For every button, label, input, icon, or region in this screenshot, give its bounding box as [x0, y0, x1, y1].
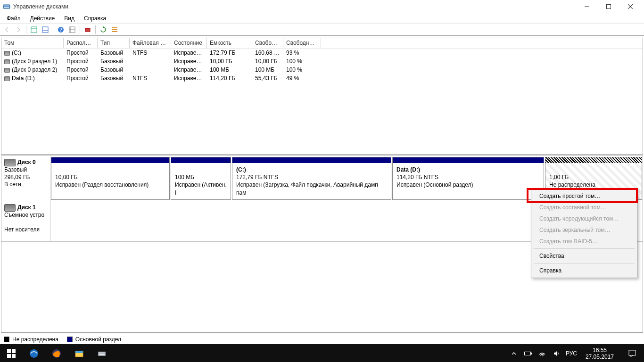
disk-size: 298,09 ГБ — [4, 174, 47, 181]
menu-file[interactable]: Файл — [2, 14, 25, 23]
list-icon[interactable] — [109, 25, 120, 35]
taskbar-edge-icon[interactable] — [23, 344, 45, 362]
disk-state: В сети — [4, 181, 47, 189]
taskbar-firefox-icon[interactable] — [45, 344, 68, 362]
partition-c[interactable]: (C:) 172,79 ГБ NTFS Исправен (Загрузка, … — [232, 157, 391, 200]
minimize-button[interactable] — [576, 0, 598, 13]
col-volume[interactable]: Том — [1, 38, 64, 48]
svg-rect-22 — [7, 354, 11, 358]
col-filesystem[interactable]: Файловая с… — [130, 38, 171, 48]
partition-status: Исправен (Активен, I — [175, 181, 227, 196]
menu-create-spanned-volume[interactable]: Создать составной том… — [533, 202, 636, 213]
col-status[interactable]: Состояние — [171, 38, 207, 48]
tray-date: 27.05.2017 — [586, 354, 614, 360]
forward-button[interactable] — [13, 25, 24, 35]
help-icon[interactable]: ? — [56, 25, 66, 35]
back-button[interactable] — [2, 25, 12, 35]
disk-label-0[interactable]: Диск 0 Базовый 298,09 ГБ В сети — [1, 156, 50, 201]
menu-create-raid5-volume[interactable]: Создать том RAID-5… — [533, 236, 636, 247]
legend-swatch-unallocated — [4, 337, 9, 342]
svg-rect-17 — [112, 27, 117, 28]
menu-view[interactable]: Вид — [59, 14, 79, 23]
menu-separator — [534, 248, 635, 249]
partition-size: 114,20 ГБ NTFS — [396, 173, 540, 181]
svg-rect-31 — [524, 352, 530, 355]
partition-status: Исправен (Раздел восстановления) — [55, 181, 165, 189]
volume-type: Базовый — [98, 58, 130, 65]
disk-name: Диск 1 — [17, 204, 36, 212]
taskbar-diskmgmt-icon[interactable] — [91, 344, 113, 362]
volume-free: 55,43 ГБ — [252, 74, 283, 82]
volume-fs: NTFS — [130, 74, 171, 82]
col-capacity[interactable]: Емкость — [207, 38, 252, 48]
col-free[interactable]: Свобод… — [252, 38, 283, 48]
tray-battery-icon[interactable] — [523, 344, 533, 362]
close-button[interactable] — [619, 0, 641, 13]
settings-icon[interactable] — [67, 25, 77, 35]
volume-pct: 100 % — [283, 66, 321, 74]
svg-point-33 — [542, 355, 543, 356]
refresh-icon[interactable] — [98, 25, 108, 35]
menu-create-striped-volume[interactable]: Создать чередующийся том… — [533, 213, 636, 224]
tray-language[interactable]: РУС — [566, 350, 577, 357]
svg-rect-16 — [85, 28, 90, 32]
toolbar-separator — [80, 25, 80, 34]
partition-d[interactable]: Data (D:) 114,20 ГБ NTFS Исправен (Основ… — [392, 157, 544, 200]
partition-bar — [393, 157, 544, 163]
legend-swatch-primary — [67, 337, 73, 342]
svg-rect-0 — [3, 5, 10, 8]
volume-pct: 100 % — [283, 58, 321, 65]
partition-status: Не распределена — [549, 181, 638, 189]
volume-cap: 10,00 ГБ — [207, 58, 252, 65]
tray-notifications-icon[interactable] — [622, 344, 642, 362]
volume-list[interactable]: Том Распол… Тип Файловая с… Состояние Ем… — [1, 38, 643, 155]
col-type[interactable]: Тип — [98, 38, 130, 48]
menu-help[interactable]: Справка — [79, 14, 111, 23]
volume-status: Исправен… — [171, 49, 207, 57]
menu-create-mirror-volume[interactable]: Создать зеркальный том… — [533, 224, 636, 236]
svg-rect-27 — [75, 351, 83, 353]
taskbar-explorer-icon[interactable] — [68, 344, 91, 362]
volume-status: Исправен… — [171, 58, 207, 65]
action-icon[interactable] — [83, 25, 93, 35]
partition-size: 10,00 ГБ — [55, 173, 165, 181]
tray-volume-icon[interactable] — [552, 344, 561, 362]
col-freepct[interactable]: Свободно % — [283, 38, 321, 48]
menu-action[interactable]: Действие — [25, 14, 60, 23]
partition-recovery[interactable]: 10,00 ГБ Исправен (Раздел восстановления… — [51, 157, 170, 200]
svg-text:?: ? — [59, 27, 62, 33]
partition-bar — [51, 157, 169, 163]
legend-primary: Основной раздел — [75, 336, 121, 343]
volume-layout: Простой — [64, 74, 98, 82]
volume-row[interactable]: (Диск 0 раздел 2) Простой Базовый Исправ… — [1, 66, 643, 74]
disk-name: Диск 0 — [17, 159, 36, 166]
svg-rect-7 — [31, 27, 37, 33]
menu-help[interactable]: Справка — [533, 265, 636, 276]
volume-row[interactable]: Data (D:) Простой Базовый NTFS Исправен…… — [1, 74, 643, 82]
partition-title: (C:) — [236, 166, 246, 173]
start-button[interactable] — [0, 344, 23, 362]
maximize-button[interactable] — [598, 0, 619, 13]
toolbar-separator — [26, 25, 26, 34]
disk-label-1[interactable]: Диск 1 Съемное устро Нет носителя — [1, 201, 50, 241]
volume-cap: 100 МБ — [207, 66, 252, 74]
menu-separator — [534, 263, 635, 263]
volume-row[interactable]: (C:) Простой Базовый NTFS Исправен… 172,… — [1, 49, 643, 57]
view-bottom-icon[interactable] — [40, 25, 50, 35]
disk-icon — [4, 204, 16, 212]
tray-clock[interactable]: 16:55 27.05.2017 — [582, 347, 618, 361]
svg-rect-29 — [99, 353, 105, 354]
col-layout[interactable]: Распол… — [64, 38, 98, 48]
tray-wifi-icon[interactable] — [537, 344, 547, 362]
partition-system[interactable]: 100 МБ Исправен (Активен, I — [171, 157, 231, 200]
volume-icon — [4, 59, 10, 64]
view-top-icon[interactable] — [29, 25, 39, 35]
svg-rect-2 — [4, 7, 9, 8]
volume-row[interactable]: (Диск 0 раздел 1) Простой Базовый Исправ… — [1, 57, 643, 66]
volume-cap: 114,20 ГБ — [207, 74, 252, 82]
menu-properties[interactable]: Свойства — [533, 250, 636, 262]
menu-create-simple-volume[interactable]: Создать простой том… — [533, 190, 636, 202]
tray-chevron-up-icon[interactable] — [509, 344, 519, 362]
context-menu: Создать простой том… Создать составной т… — [531, 189, 637, 278]
volume-list-header: Том Распол… Тип Файловая с… Состояние Ем… — [1, 38, 643, 49]
